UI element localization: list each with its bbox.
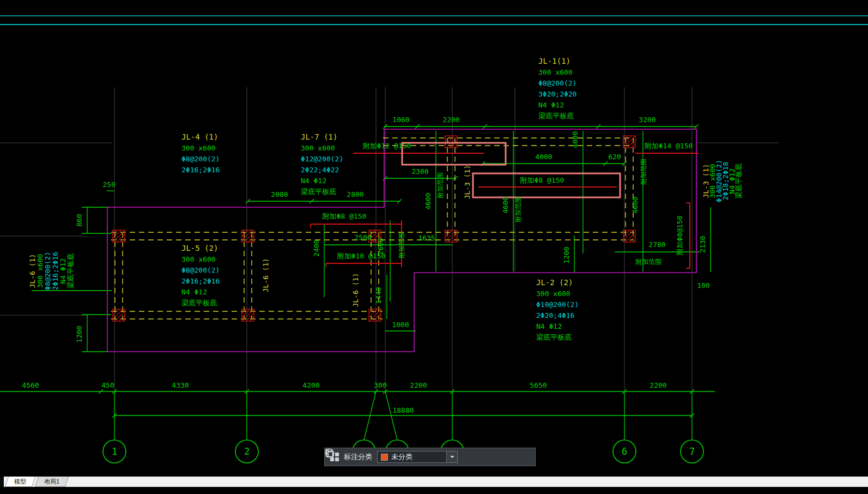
tabbar-notch (0, 477, 4, 487)
range-note: 附加范围 (514, 196, 522, 222)
tab-model[interactable]: 模型 (5, 477, 35, 487)
beam-schedule-line: 300 x600 (536, 290, 570, 298)
paste-button[interactable] (517, 450, 530, 463)
beam-schedule-line: N4 Φ12 (59, 258, 67, 284)
beam-schedule-line: Φ8@200(2) (181, 155, 220, 163)
dim-label: 450 (101, 381, 114, 389)
beam-schedule-line: JL-7 (1) (301, 132, 337, 141)
dim-label: 2500 (354, 233, 371, 242)
dim-label: 2200 (442, 116, 459, 124)
grid-bubble-number: 1 (112, 446, 117, 457)
beam-schedule-line: 梁底平板底 (735, 164, 743, 199)
selection-highlights[interactable] (402, 143, 620, 197)
beam-schedule-line: Φ12@200(2) (301, 155, 343, 163)
grid-bubble: 1 (103, 440, 126, 463)
beam-label: JL-3 (1) (463, 165, 471, 200)
beam-schedule-line: 梁底平板底 (66, 254, 75, 289)
dim-label: 2200 (650, 381, 666, 389)
beam-schedule-line: Φ8@200(2) (44, 252, 52, 290)
dim-label: 1200 (562, 246, 570, 263)
dim-label: 4600 (501, 196, 509, 213)
copy-button[interactable] (499, 450, 512, 463)
beam-label: JL-6 (1) (351, 273, 360, 308)
dim-label: 300 (374, 381, 386, 389)
layout-tab-bar: 模型 布局1 (0, 477, 868, 487)
dim-label: 100 (697, 281, 709, 290)
beam-schedule-line: JL-4 (1) (181, 132, 218, 141)
beam-schedule-line: 300 x600 (36, 254, 44, 288)
added-rebar-note: 附加Φ14 @150 (645, 142, 693, 150)
grid-bubble-number: 6 (622, 446, 627, 457)
dim-label: 4000 (535, 153, 552, 161)
dim-label: 1000 (392, 321, 409, 329)
move-button[interactable] (481, 450, 494, 463)
tab-layout1-label: 布局1 (44, 478, 59, 486)
beam-schedule-line: N4 Φ12 (538, 101, 564, 109)
dim-label: 2300 (411, 167, 428, 176)
dim-label: 620 (608, 153, 621, 161)
range-note: 附加范围 (635, 258, 661, 266)
beam-schedule-line: 300 x600 (181, 144, 216, 152)
dim-label: 3200 (639, 116, 655, 124)
dim-label: 1200 (75, 326, 83, 342)
beam-schedule-line: N4 Φ12 (181, 288, 207, 296)
dim-label: 2660 (377, 238, 385, 255)
added-rebar-note: 附加Φ8 @150 (323, 212, 367, 220)
beam-schedule-line: 2Φ16;2Φ16 (51, 252, 59, 290)
tab-model-label: 模型 (14, 478, 26, 486)
dim-label: 2130 (699, 236, 707, 252)
dim-label: 2200 (410, 381, 427, 389)
dim-label: 5650 (530, 381, 547, 389)
dim-label: 2800 (347, 190, 363, 198)
edit-annotation-button[interactable] (463, 450, 476, 463)
dim-label: 4200 (302, 381, 319, 389)
dim-label: 2400 (312, 239, 320, 256)
beam-schedule-line: N4 Φ12 (536, 322, 562, 330)
category-label: 标注分类 (344, 452, 372, 462)
beam-label: JL-6 (1) (262, 258, 270, 293)
dim-label: 2080 (271, 190, 288, 198)
beam-schedule-line: 3Φ20;2Φ20 (538, 90, 576, 98)
category-dropdown-value: 未分类 (391, 452, 446, 462)
grid-bubble: 7 (681, 440, 703, 463)
beam-schedule-line: 2Φ16;2Φ16 (181, 166, 220, 174)
dim-label: 2780 (648, 240, 665, 249)
beam-schedule-line: 梁底平板底 (181, 299, 217, 307)
dim-label: 18880 (392, 406, 414, 414)
beam-schedule-line: Φ10@200(2) (536, 300, 579, 309)
dim-label: 1440 (374, 287, 383, 304)
dim-label: 860 (75, 214, 83, 226)
beam-schedule-line: 2Φ20;4Φ16 (536, 311, 574, 320)
chevron-down-icon (450, 456, 454, 460)
beam-schedule-line: Φ8@200(2) (181, 266, 220, 274)
beam-schedule-line: 梁底平板底 (536, 333, 572, 341)
annotation-toolbar: 标注分类 未分类 (324, 448, 536, 466)
dim-label: 4600 (424, 192, 432, 209)
grid-bubble: 6 (613, 440, 636, 463)
category-dropdown[interactable]: 未分类 (377, 451, 458, 463)
beam-schedule-line: N4 Φ12 (301, 177, 326, 185)
dim-label: 4000 (571, 131, 579, 148)
beam-schedule-line: JL-5 (2) (181, 244, 218, 252)
range-note: 附加范围 (640, 159, 647, 185)
tab-layout1[interactable]: 布局1 (35, 477, 69, 487)
beam-schedule-line: 2Φ16;2Φ16 (181, 277, 220, 285)
dim-label: 4600 (631, 196, 639, 213)
added-rebar-note: 附加Φ8@150 (676, 216, 684, 256)
drawing-canvas[interactable]: JL-1(1)300 x600Φ8@200(2)3Φ20;2Φ20N4 Φ12梁… (0, 0, 868, 494)
range-note: 附加范围 (398, 232, 405, 258)
grid-bubble: 2 (235, 440, 258, 463)
beam-schedule-line: 梁底平板底 (301, 188, 336, 196)
dim-label: 1635 (418, 234, 435, 242)
beam-schedule-line: 300 x600 (301, 144, 335, 152)
beam-schedule-line: 2Φ22;4Φ22 (301, 166, 339, 174)
grid-bubble-number: 7 (689, 446, 695, 457)
dim-label: 4330 (172, 381, 189, 389)
beam-schedule-line: 300 x600 (181, 255, 216, 263)
beam-schedule-line: JL-1(1) (538, 57, 570, 65)
top-guide-lines (0, 16, 868, 25)
dropdown-arrow-button[interactable] (446, 451, 457, 462)
beam-schedule-line: 梁底平板底 (538, 112, 574, 120)
beam-schedule-line: JL-6 (1) (28, 254, 37, 288)
dim-label: 1060 (392, 116, 409, 124)
